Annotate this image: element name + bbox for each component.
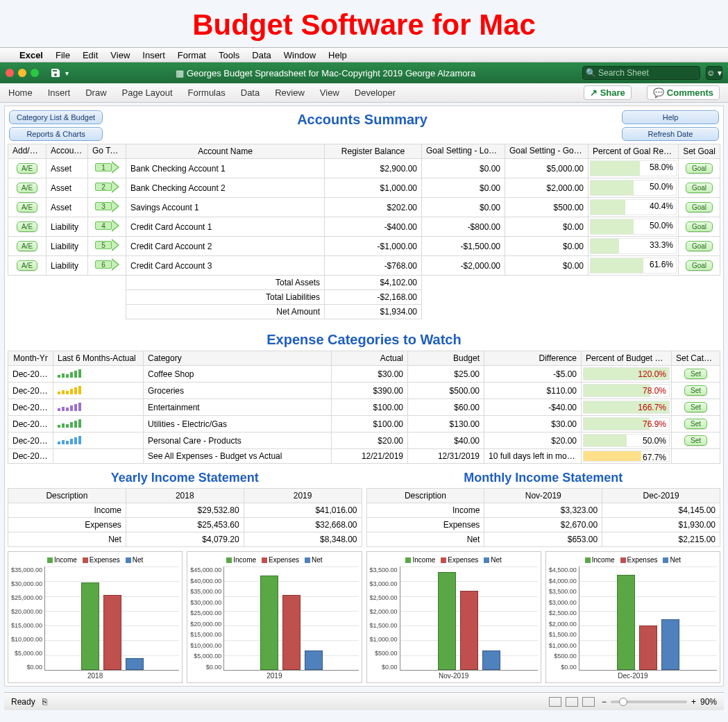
add-edit-account-button[interactable]: A/E xyxy=(17,221,37,232)
help-button[interactable]: Help xyxy=(622,110,719,124)
y-axis: $35,000.00$30,000.00$25,000.00$20,000.00… xyxy=(11,566,44,671)
accessibility-icon[interactable]: ⎘ xyxy=(42,697,47,707)
search-input[interactable] xyxy=(582,66,700,80)
set-goal-button[interactable]: Goal xyxy=(686,183,713,193)
add-edit-account-button[interactable]: A/E xyxy=(17,163,37,174)
percent-budget-cell: 50.0% xyxy=(582,433,672,449)
add-edit-account-button[interactable]: A/E xyxy=(17,202,37,212)
menubar-app[interactable]: Excel xyxy=(19,50,43,60)
monthly-title: Monthly Income Statement xyxy=(366,471,721,485)
register-balance: $202.00 xyxy=(325,198,422,217)
hdr-setgoal: Set Goal xyxy=(679,144,720,159)
set-goal-button[interactable]: Goal xyxy=(686,260,713,271)
goal-lowest: -$2,000.00 xyxy=(422,256,505,276)
chart: IncomeExpensesNet $4,500.00$4,000.00$3,5… xyxy=(545,551,720,683)
expense-month: Dec-2019 xyxy=(8,366,53,383)
ehdr-month: Month-Yr xyxy=(8,351,53,366)
tab-page-layout[interactable]: Page Layout xyxy=(122,87,173,98)
x-label: 2018 xyxy=(11,672,179,680)
add-edit-account-button[interactable]: A/E xyxy=(17,183,37,193)
zoom-in-icon[interactable]: + xyxy=(691,697,696,707)
reports-charts-button[interactable]: Reports & Charts xyxy=(9,127,103,141)
menu-data[interactable]: Data xyxy=(252,50,271,60)
account-name: Bank Checking Account 1 xyxy=(126,159,325,178)
share-button[interactable]: ↗Share xyxy=(584,85,632,100)
tab-formulas[interactable]: Formulas xyxy=(188,87,226,98)
menu-help[interactable]: Help xyxy=(328,50,347,60)
goto-register-button[interactable]: 4 xyxy=(95,219,119,232)
expense-category: Groceries xyxy=(144,383,332,399)
expense-budget: $500.00 xyxy=(408,383,484,399)
yearly-table: Description20182019 Income$29,532.80$41,… xyxy=(8,488,362,547)
zoom-out-icon[interactable]: − xyxy=(602,697,607,707)
bar-net xyxy=(126,658,144,670)
bar-income xyxy=(260,576,278,670)
add-edit-account-button[interactable]: A/E xyxy=(17,241,37,251)
tab-draw[interactable]: Draw xyxy=(85,87,106,98)
expense-budget: $40.00 xyxy=(408,433,484,449)
expense-actual: $100.00 xyxy=(332,416,408,433)
set-goal-button[interactable]: Goal xyxy=(686,241,713,251)
add-edit-account-button[interactable]: A/E xyxy=(17,260,37,271)
yhdr-c1: 2018 xyxy=(126,489,244,503)
goto-register-button[interactable]: 5 xyxy=(95,239,119,251)
tab-review[interactable]: Review xyxy=(275,87,305,98)
mhdr-c2: Dec-2019 xyxy=(602,489,720,503)
menu-insert[interactable]: Insert xyxy=(142,50,165,60)
chart: IncomeExpensesNet $45,000.00$40,000.00$3… xyxy=(187,551,362,683)
view-normal-icon[interactable] xyxy=(549,697,561,707)
account-row: A/E Asset 2 Bank Checking Account 2 $1,0… xyxy=(8,178,720,198)
goto-register-button[interactable]: 2 xyxy=(95,180,119,193)
zoom-slider[interactable]: − + 90% xyxy=(602,697,717,707)
menu-window[interactable]: Window xyxy=(284,50,316,60)
tab-data[interactable]: Data xyxy=(241,87,260,98)
save-icon[interactable] xyxy=(50,67,61,78)
set-category-button[interactable]: Set xyxy=(684,369,707,379)
maximize-window-icon[interactable] xyxy=(31,69,39,77)
minimize-window-icon[interactable] xyxy=(18,69,26,77)
set-category-button[interactable]: Set xyxy=(684,402,707,412)
goto-register-button[interactable]: 1 xyxy=(95,161,119,174)
bar-net xyxy=(661,619,679,670)
set-goal-button[interactable]: Goal xyxy=(686,202,713,212)
menu-file[interactable]: File xyxy=(56,50,70,60)
goto-register-button[interactable]: 6 xyxy=(95,258,119,271)
view-page-break-icon[interactable] xyxy=(582,697,595,707)
goto-register-button[interactable]: 3 xyxy=(95,200,119,212)
percent-budget-cell: 120.0% xyxy=(582,366,672,383)
set-category-button[interactable]: Set xyxy=(684,385,707,396)
account-type: Asset xyxy=(46,159,88,178)
set-category-button[interactable]: Set xyxy=(684,419,707,429)
category-list-budget-button[interactable]: Category List & Budget xyxy=(9,110,103,124)
account-name: Savings Account 1 xyxy=(126,198,325,217)
close-window-icon[interactable] xyxy=(6,69,14,77)
tab-developer[interactable]: Developer xyxy=(355,87,396,98)
tab-insert[interactable]: Insert xyxy=(48,87,71,98)
set-category-button[interactable]: Set xyxy=(684,435,707,446)
mhdr-c1: Nov-2019 xyxy=(484,489,602,503)
mhdr-desc: Description xyxy=(366,489,484,503)
tab-view[interactable]: View xyxy=(320,87,339,98)
feedback-icon[interactable]: ☺ ▾ xyxy=(706,66,722,80)
view-page-layout-icon[interactable] xyxy=(566,697,578,707)
refresh-date-button[interactable]: Refresh Date xyxy=(622,127,719,141)
menu-tools[interactable]: Tools xyxy=(219,50,239,60)
search-sheet[interactable]: 🔍 xyxy=(582,66,700,80)
zoom-level: 90% xyxy=(700,697,717,707)
tab-home[interactable]: Home xyxy=(8,87,33,98)
account-name: Credit Card Account 2 xyxy=(126,237,325,256)
hdr-add-edit: Add/Edit Account xyxy=(8,144,46,159)
expense-diff: -$40.00 xyxy=(484,399,582,416)
bar-expenses xyxy=(103,595,121,670)
set-goal-button[interactable]: Goal xyxy=(686,163,713,174)
menu-view[interactable]: View xyxy=(110,50,130,60)
total-assets: $4,102.00 xyxy=(325,276,422,290)
x-label: Nov-2019 xyxy=(370,672,538,680)
ehdr-diff: Difference xyxy=(484,351,582,366)
menu-format[interactable]: Format xyxy=(178,50,206,60)
comments-button[interactable]: 💬Comments xyxy=(647,85,720,100)
menu-edit[interactable]: Edit xyxy=(83,50,98,60)
chart-legend: IncomeExpensesNet xyxy=(370,556,538,564)
expenses-title: Expense Categories to Watch xyxy=(8,332,720,348)
set-goal-button[interactable]: Goal xyxy=(686,221,713,232)
